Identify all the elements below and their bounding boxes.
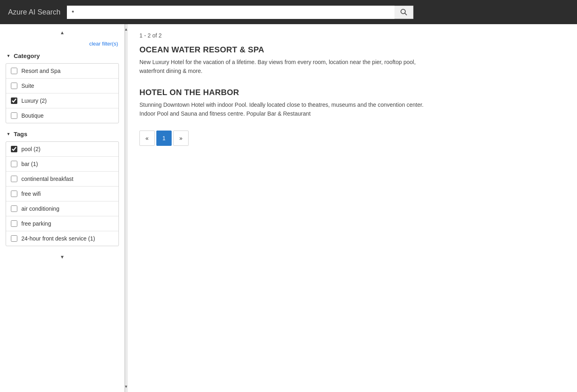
tag-pool-checkbox[interactable] [11, 146, 17, 152]
search-bar [67, 6, 413, 19]
tag-free-parking-checkbox[interactable] [11, 220, 17, 227]
sidebar: ▲ clear filter(s) ▼ Category Resort and … [0, 24, 125, 392]
category-facet-header[interactable]: ▼ Category [0, 50, 125, 62]
category-resort-spa-checkbox[interactable] [11, 68, 17, 74]
clear-filters-container: clear filter(s) [0, 39, 125, 50]
search-icon [400, 8, 407, 16]
pagination: « 1 » [139, 131, 565, 146]
tags-label: Tags [14, 131, 27, 137]
tag-pool-label: pool (2) [21, 146, 40, 152]
scroll-up-arrow[interactable]: ▲ [0, 28, 125, 39]
tags-facet-header[interactable]: ▼ Tags [0, 128, 125, 140]
pagination-page-1-button[interactable]: 1 [156, 131, 172, 146]
category-suite-checkbox[interactable] [11, 83, 17, 89]
main-layout: ▲ clear filter(s) ▼ Category Resort and … [0, 24, 577, 392]
category-label: Category [14, 52, 40, 59]
result-description: Stunning Downtown Hotel with indoor Pool… [139, 100, 430, 118]
tag-air-conditioning-checkbox[interactable] [11, 205, 17, 212]
tags-facet-section: ▼ Tags pool (2) bar (1) continental brea… [0, 128, 125, 246]
category-facet-section: ▼ Category Resort and Spa Suite Luxury (… [0, 50, 125, 123]
header: Azure AI Search [0, 0, 577, 24]
app-title: Azure AI Search [8, 8, 60, 17]
result-description: New Luxury Hotel for the vacation of a l… [139, 58, 430, 76]
scroll-down-arrow[interactable]: ▼ [0, 251, 125, 261]
category-resort-spa-label: Resort and Spa [21, 68, 60, 74]
list-item[interactable]: free wifi [6, 187, 118, 201]
tag-continental-breakfast-checkbox[interactable] [11, 176, 17, 182]
category-boutique-checkbox[interactable] [11, 112, 17, 119]
category-facet-list: Resort and Spa Suite Luxury (2) Boutique [6, 63, 119, 123]
tag-free-wifi-checkbox[interactable] [11, 191, 17, 197]
list-item[interactable]: Luxury (2) [6, 93, 118, 108]
tag-free-wifi-label: free wifi [21, 191, 41, 197]
result-item: HOTEL ON THE HARBOR Stunning Downtown Ho… [139, 88, 565, 118]
list-item[interactable]: bar (1) [6, 157, 118, 172]
tag-free-parking-label: free parking [21, 220, 51, 227]
list-item[interactable]: 24-hour front desk service (1) [6, 231, 118, 246]
search-button[interactable] [394, 6, 413, 19]
list-item[interactable]: Suite [6, 79, 118, 93]
tags-chevron-icon: ▼ [6, 132, 10, 136]
result-item: OCEAN WATER RESORT & SPA New Luxury Hote… [139, 45, 565, 76]
list-item[interactable]: Boutique [6, 108, 118, 123]
tag-bar-checkbox[interactable] [11, 161, 17, 167]
search-input[interactable] [67, 6, 394, 19]
results-area: 1 - 2 of 2 OCEAN WATER RESORT & SPA New … [127, 24, 577, 392]
category-luxury-label: Luxury (2) [21, 97, 47, 104]
category-chevron-icon: ▼ [6, 54, 10, 58]
category-boutique-label: Boutique [21, 112, 44, 119]
category-suite-label: Suite [21, 83, 34, 89]
pagination-next-button[interactable]: » [173, 131, 189, 146]
list-item[interactable]: free parking [6, 216, 118, 231]
list-item[interactable]: pool (2) [6, 142, 118, 157]
clear-filters-link[interactable]: clear filter(s) [89, 41, 118, 47]
list-item[interactable]: air conditioning [6, 201, 118, 216]
pagination-prev-button[interactable]: « [139, 131, 155, 146]
svg-line-1 [405, 13, 407, 15]
tag-continental-breakfast-label: continental breakfast [21, 176, 73, 182]
result-title: HOTEL ON THE HARBOR [139, 88, 565, 97]
tag-bar-label: bar (1) [21, 161, 38, 167]
tag-front-desk-label: 24-hour front desk service (1) [21, 235, 95, 242]
list-item[interactable]: continental breakfast [6, 172, 118, 187]
results-count: 1 - 2 of 2 [139, 32, 565, 39]
tags-facet-list: pool (2) bar (1) continental breakfast f… [6, 141, 119, 246]
tag-front-desk-checkbox[interactable] [11, 235, 17, 242]
list-item[interactable]: Resort and Spa [6, 64, 118, 79]
category-luxury-checkbox[interactable] [11, 97, 17, 104]
result-title: OCEAN WATER RESORT & SPA [139, 45, 565, 54]
tag-air-conditioning-label: air conditioning [21, 205, 59, 212]
